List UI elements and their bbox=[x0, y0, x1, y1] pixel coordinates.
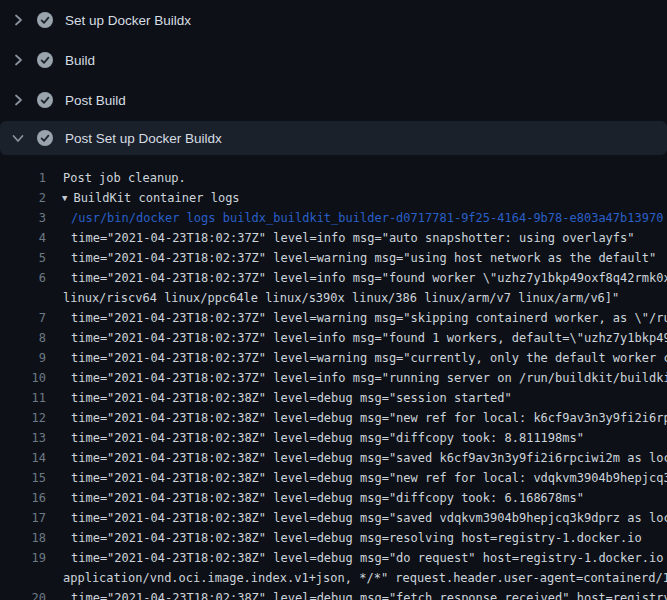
log-line-number[interactable]: 3 bbox=[0, 208, 46, 228]
log-line-text: time="2021-04-23T18:02:37Z" level=warnin… bbox=[71, 248, 656, 268]
log-line-number[interactable]: 2 bbox=[0, 188, 46, 208]
step-label: Set up Docker Buildx bbox=[65, 13, 191, 28]
log-line-number[interactable]: 9 bbox=[0, 348, 46, 368]
log-line-text: time="2021-04-23T18:02:37Z" level=info m… bbox=[71, 268, 667, 288]
log-line-text: application/vnd.oci.image.index.v1+json,… bbox=[63, 568, 667, 588]
step-label: Build bbox=[65, 53, 95, 68]
log-line-number[interactable]: 10 bbox=[0, 368, 46, 388]
log-line: 15 time="2021-04-23T18:02:38Z" level=deb… bbox=[0, 468, 667, 488]
log-line: linux/riscv64 linux/ppc64le linux/s390x … bbox=[0, 288, 667, 308]
log-line: application/vnd.oci.image.index.v1+json,… bbox=[0, 568, 667, 588]
log-line-text: time="2021-04-23T18:02:37Z" level=info m… bbox=[71, 228, 635, 248]
log-line: 17 time="2021-04-23T18:02:38Z" level=deb… bbox=[0, 508, 667, 528]
check-circle-icon bbox=[37, 12, 53, 28]
log-line-text: Post job cleanup. bbox=[63, 168, 186, 188]
log-line-text: time="2021-04-23T18:02:38Z" level=debug … bbox=[71, 408, 667, 428]
log-line: 3 /usr/bin/docker logs buildx_buildkit_b… bbox=[0, 208, 667, 228]
log-line: 14 time="2021-04-23T18:02:38Z" level=deb… bbox=[0, 448, 667, 468]
chevron-right-icon bbox=[10, 12, 26, 28]
log-line: 1 Post job cleanup. bbox=[0, 168, 667, 188]
log-line-number[interactable]: 18 bbox=[0, 528, 46, 548]
group-collapse-icon[interactable]: ▼ bbox=[62, 188, 67, 208]
log-line: 8 time="2021-04-23T18:02:37Z" level=info… bbox=[0, 328, 667, 348]
log-line: 16 time="2021-04-23T18:02:38Z" level=deb… bbox=[0, 488, 667, 508]
log-line: 13 time="2021-04-23T18:02:38Z" level=deb… bbox=[0, 428, 667, 448]
log-line: 11 time="2021-04-23T18:02:38Z" level=deb… bbox=[0, 388, 667, 408]
log-line-number[interactable]: 16 bbox=[0, 488, 46, 508]
log-line-number[interactable]: 1 bbox=[0, 168, 46, 188]
steps-list: Set up Docker Buildx Build Post Buil bbox=[0, 0, 667, 155]
log-line-number[interactable]: 5 bbox=[0, 248, 46, 268]
step-row[interactable]: Post Set up Docker Buildx bbox=[0, 121, 667, 155]
log-line-text: /usr/bin/docker logs buildx_buildkit_bui… bbox=[71, 208, 663, 228]
log-line-text: time="2021-04-23T18:02:38Z" level=debug … bbox=[71, 508, 667, 528]
log-line: 5 time="2021-04-23T18:02:37Z" level=warn… bbox=[0, 248, 667, 268]
log-line: 4 time="2021-04-23T18:02:37Z" level=info… bbox=[0, 228, 667, 248]
log-line: 9 time="2021-04-23T18:02:37Z" level=warn… bbox=[0, 348, 667, 368]
log-line-number[interactable]: 15 bbox=[0, 468, 46, 488]
check-circle-icon bbox=[37, 52, 53, 68]
log-line: 6 time="2021-04-23T18:02:37Z" level=info… bbox=[0, 268, 667, 288]
log-line: 12 time="2021-04-23T18:02:38Z" level=deb… bbox=[0, 408, 667, 428]
log-line: 10 time="2021-04-23T18:02:37Z" level=inf… bbox=[0, 368, 667, 388]
log-line: 7 time="2021-04-23T18:02:37Z" level=warn… bbox=[0, 308, 667, 328]
log-line-text: time="2021-04-23T18:02:37Z" level=warnin… bbox=[71, 348, 667, 368]
check-circle-icon bbox=[37, 130, 53, 146]
log-line: 19 time="2021-04-23T18:02:38Z" level=deb… bbox=[0, 548, 667, 568]
chevron-right-icon bbox=[10, 92, 26, 108]
check-circle-icon bbox=[37, 92, 53, 108]
log-line-text: BuildKit container logs bbox=[73, 188, 239, 208]
log-line-text: time="2021-04-23T18:02:38Z" level=debug … bbox=[71, 588, 667, 600]
log-line-text: time="2021-04-23T18:02:38Z" level=debug … bbox=[71, 548, 667, 568]
log-line-number[interactable]: 12 bbox=[0, 408, 46, 428]
log-line-text: time="2021-04-23T18:02:38Z" level=debug … bbox=[71, 528, 642, 548]
step-row[interactable]: Build bbox=[0, 40, 667, 80]
log-line-number[interactable]: 13 bbox=[0, 428, 46, 448]
log-line-number[interactable]: 20 bbox=[0, 588, 46, 600]
log-line-text: time="2021-04-23T18:02:38Z" level=debug … bbox=[71, 448, 667, 468]
chevron-down-icon bbox=[10, 130, 26, 146]
log-line-number[interactable]: 19 bbox=[0, 548, 46, 568]
log-line-text: time="2021-04-23T18:02:37Z" level=info m… bbox=[71, 368, 667, 388]
log-line-number[interactable]: 6 bbox=[0, 268, 46, 288]
step-label: Post Build bbox=[65, 93, 126, 108]
log-line-text: time="2021-04-23T18:02:38Z" level=debug … bbox=[71, 488, 584, 508]
log-line: 18 time="2021-04-23T18:02:38Z" level=deb… bbox=[0, 528, 667, 548]
chevron-right-icon bbox=[10, 52, 26, 68]
step-row[interactable]: Post Build bbox=[0, 80, 667, 120]
log-line-number[interactable]: 14 bbox=[0, 448, 46, 468]
log-line-text: time="2021-04-23T18:02:38Z" level=debug … bbox=[71, 468, 667, 488]
log-line-number[interactable]: 11 bbox=[0, 388, 46, 408]
step-row[interactable]: Set up Docker Buildx bbox=[0, 0, 667, 40]
log-line-text: linux/riscv64 linux/ppc64le linux/s390x … bbox=[63, 288, 619, 308]
step-label: Post Set up Docker Buildx bbox=[65, 131, 222, 146]
log-line-number[interactable]: 4 bbox=[0, 228, 46, 248]
log-line-text: time="2021-04-23T18:02:37Z" level=info m… bbox=[71, 328, 667, 348]
log-line-number[interactable]: 8 bbox=[0, 328, 46, 348]
log-container: 1 Post job cleanup. 2 ▼ BuildKit contain… bbox=[0, 155, 667, 600]
log-line-number[interactable]: 7 bbox=[0, 308, 46, 328]
log-line-text: time="2021-04-23T18:02:37Z" level=warnin… bbox=[71, 308, 667, 328]
log-line: 2 ▼ BuildKit container logs bbox=[0, 188, 667, 208]
log-line: 20 time="2021-04-23T18:02:38Z" level=deb… bbox=[0, 588, 667, 600]
log-line-text: time="2021-04-23T18:02:38Z" level=debug … bbox=[71, 388, 512, 408]
log-line-number[interactable]: 17 bbox=[0, 508, 46, 528]
log-line-text: time="2021-04-23T18:02:38Z" level=debug … bbox=[71, 428, 584, 448]
